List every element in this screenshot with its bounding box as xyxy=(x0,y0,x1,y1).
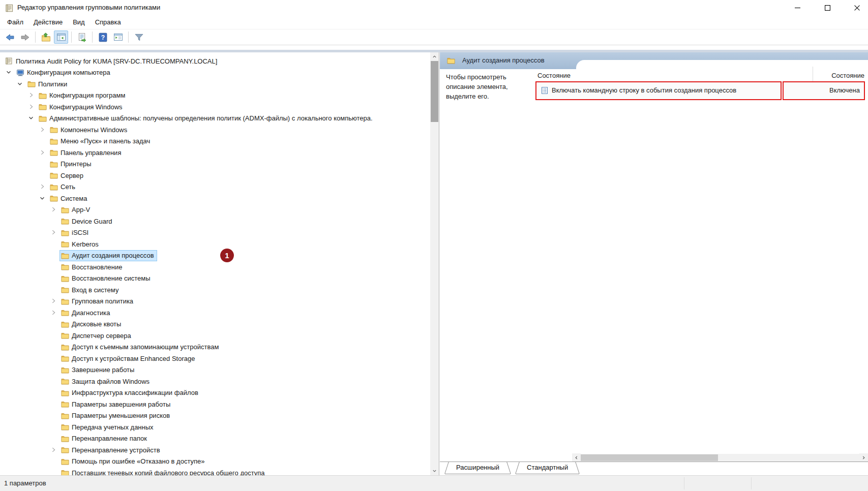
tree-item[interactable]: Аудит создания процессов1 xyxy=(0,250,430,262)
tree-item[interactable]: Перенаправление устройств xyxy=(0,444,430,456)
tree-item[interactable]: Device Guard xyxy=(0,216,430,227)
tree-item[interactable]: Конфигурация компьютера xyxy=(0,67,430,79)
chevron-down-icon[interactable] xyxy=(5,69,12,76)
tree-item[interactable]: Групповая политика xyxy=(0,296,430,308)
chevron-right-icon[interactable] xyxy=(50,446,57,453)
tree-item-body[interactable]: Политики xyxy=(26,78,70,90)
tree-item-body[interactable]: Принтеры xyxy=(48,159,95,170)
tree-item[interactable]: Инфраструктура классификации файлов xyxy=(0,387,430,399)
menu-item-2[interactable]: Вид xyxy=(68,16,90,28)
tree-item[interactable]: Политики xyxy=(0,78,430,90)
tree-item-body[interactable]: Доступ к устройствам Enhanced Storage xyxy=(59,353,198,364)
scrollbar-thumb[interactable] xyxy=(431,61,438,122)
tree-item-body[interactable]: Политика Audit Policy for KUMA [SRV-DC.T… xyxy=(4,55,220,67)
column-separator[interactable] xyxy=(813,67,813,83)
tree-item-body[interactable]: Меню «Пуск» и панель задач xyxy=(48,136,153,147)
tree-item[interactable]: Параметры завершения работы xyxy=(0,398,430,410)
scroll-down-icon[interactable] xyxy=(430,467,439,475)
tree-item-body[interactable]: Конфигурация компьютера xyxy=(15,67,113,79)
tree-item[interactable]: Завершение работы xyxy=(0,364,430,376)
tree-item-body[interactable]: Сервер xyxy=(48,170,86,181)
tree-item-body[interactable]: Поставщик теневых копий файлового ресурс… xyxy=(59,467,268,475)
scrollbar-thumb[interactable] xyxy=(581,454,718,461)
tree-item-body[interactable]: Групповая политика xyxy=(59,296,136,308)
tree-item-body[interactable]: Доступ к съемным запоминающим устройства… xyxy=(59,342,222,353)
tree-item[interactable]: Диспетчер сервера xyxy=(0,330,430,342)
tree-item-body[interactable]: Параметры уменьшения рисков xyxy=(59,410,173,422)
chevron-right-icon[interactable] xyxy=(50,297,57,304)
tree-item-body[interactable]: Конфигурация программ xyxy=(37,90,128,102)
console-tree-icon[interactable] xyxy=(54,30,68,44)
tree-item-body[interactable]: Компоненты Windows xyxy=(48,124,130,136)
chevron-right-icon[interactable] xyxy=(27,103,35,110)
action-pane-icon[interactable] xyxy=(111,30,125,44)
tree-item-body[interactable]: Защита файлов Windows xyxy=(59,376,153,387)
help-icon[interactable]: ? xyxy=(96,30,110,44)
tree-item[interactable]: Диагностика xyxy=(0,307,430,319)
column-header-state[interactable]: Состояние xyxy=(831,72,864,79)
back-icon[interactable] xyxy=(3,30,17,44)
column-header-setting[interactable]: Состояние xyxy=(537,72,571,79)
tree-item-body[interactable]: Дисковые квоты xyxy=(59,319,124,330)
scroll-right-icon[interactable] xyxy=(859,453,868,462)
tree-item-body[interactable]: iSCSI xyxy=(59,227,92,239)
tree-item-body[interactable]: Конфигурация Windows xyxy=(37,101,126,113)
tree-item[interactable]: Дисковые квоты xyxy=(0,319,430,330)
tree-item[interactable]: Восстановление системы xyxy=(0,273,430,285)
tree-item[interactable]: Помощь при ошибке «Отказано в доступе» xyxy=(0,456,430,468)
close-button[interactable] xyxy=(846,0,868,15)
tree-item[interactable]: Поставщик теневых копий файлового ресурс… xyxy=(0,467,430,475)
tree-item[interactable]: Доступ к устройствам Enhanced Storage xyxy=(0,353,430,364)
tree-item-body[interactable]: Восстановление xyxy=(59,261,125,273)
chevron-right-icon[interactable] xyxy=(27,91,35,99)
tree-item[interactable]: Система xyxy=(0,193,430,204)
chevron-right-icon[interactable] xyxy=(50,309,57,316)
tree-item[interactable]: Компоненты Windows xyxy=(0,124,430,136)
tree-item[interactable]: Меню «Пуск» и панель задач xyxy=(0,136,430,147)
export-list-icon[interactable] xyxy=(75,30,89,44)
tree-item[interactable]: iSCSI xyxy=(0,227,430,239)
tree-item-body[interactable]: Инфраструктура классификации файлов xyxy=(59,387,201,399)
menu-item-3[interactable]: Справка xyxy=(90,16,126,28)
tree-item-body[interactable]: Помощь при ошибке «Отказано в доступе» xyxy=(59,456,208,468)
tree-item[interactable]: Конфигурация Windows xyxy=(0,101,430,113)
tree-item-body[interactable]: Передача учетных данных xyxy=(59,421,157,433)
scroll-up-icon[interactable] xyxy=(430,52,439,61)
filter-icon[interactable] xyxy=(132,30,146,44)
tree-item[interactable]: Защита файлов Windows xyxy=(0,376,430,387)
tree-item-body[interactable]: App-V xyxy=(59,204,93,216)
tree-item-body[interactable]: Параметры завершения работы xyxy=(59,398,173,410)
tree-item-body[interactable]: Диспетчер сервера xyxy=(59,330,134,342)
tree-item-body[interactable]: Восстановление системы xyxy=(59,273,154,285)
forward-icon[interactable] xyxy=(18,30,32,44)
results-horizontal-scrollbar[interactable] xyxy=(572,454,868,462)
menu-item-1[interactable]: Действие xyxy=(28,16,68,28)
tree-item[interactable]: Доступ к съемным запоминающим устройства… xyxy=(0,342,430,353)
tree-item-body[interactable]: Панель управления xyxy=(48,147,124,159)
policy-setting-row[interactable]: Включать командную строку в события созд… xyxy=(535,81,865,100)
maximize-button[interactable] xyxy=(816,0,839,15)
view-tab-0[interactable]: Расширенный xyxy=(445,462,511,474)
chevron-right-icon[interactable] xyxy=(50,229,57,236)
tree-item-body[interactable]: Kerberos xyxy=(59,238,102,250)
tree-item[interactable]: Вход в систему xyxy=(0,284,430,296)
tree-item[interactable]: Параметры уменьшения рисков xyxy=(0,410,430,422)
tree-item-body[interactable]: Перенаправление папок xyxy=(59,433,150,445)
tree-item[interactable]: Перенаправление папок xyxy=(0,433,430,445)
tree-item-body[interactable]: Перенаправление устройств xyxy=(59,444,163,456)
scroll-left-icon[interactable] xyxy=(572,453,581,462)
tree-item[interactable]: Конфигурация программ xyxy=(0,90,430,102)
tree-item-body[interactable]: Сеть xyxy=(48,181,78,193)
tree-item[interactable]: Kerberos xyxy=(0,238,430,250)
tree-item[interactable]: Восстановление xyxy=(0,261,430,273)
tree-item-body[interactable]: Device Guard xyxy=(59,216,115,227)
chevron-right-icon[interactable] xyxy=(39,126,46,133)
tree-item[interactable]: Панель управления xyxy=(0,147,430,159)
menu-item-0[interactable]: Файл xyxy=(2,16,28,28)
tree-item[interactable]: Сеть xyxy=(0,181,430,193)
tree-item[interactable]: App-V xyxy=(0,204,430,216)
tree-item[interactable]: Принтеры xyxy=(0,159,430,170)
tree-item[interactable]: Передача учетных данных xyxy=(0,421,430,433)
up-one-level-icon[interactable] xyxy=(39,30,53,44)
minimize-button[interactable] xyxy=(786,0,809,15)
